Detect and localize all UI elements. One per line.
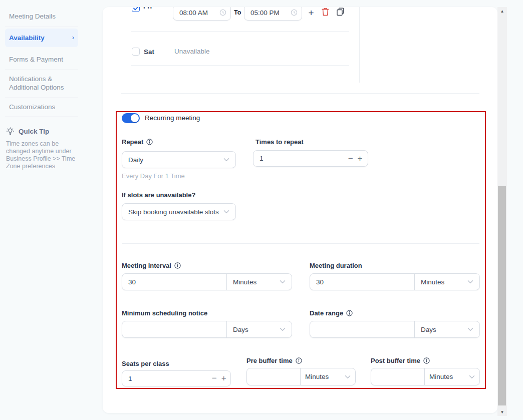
sidebar-item-notifications[interactable]: Notifications & Additional Options: [5, 70, 78, 98]
pre-buffer-group: Minutes: [246, 368, 356, 385]
meeting-interval-label: Meeting interval: [122, 262, 171, 269]
repeat-select[interactable]: Daily: [122, 151, 236, 168]
minus-button[interactable]: −: [346, 153, 355, 165]
sidebar-item-customizations[interactable]: Customizations: [5, 98, 78, 117]
meeting-duration-label: Meeting duration: [310, 262, 362, 269]
unit-value: Days: [233, 326, 248, 333]
clock-icon: [291, 9, 298, 16]
scroll-down-arrow[interactable]: ▼: [497, 408, 507, 416]
divider: [131, 65, 349, 66]
scrollbar-thumb[interactable]: [498, 186, 506, 405]
recurring-meeting-toggle[interactable]: [122, 113, 140, 123]
times-to-repeat-label: Times to repeat: [255, 138, 304, 146]
plus-button[interactable]: +: [355, 153, 365, 165]
info-icon[interactable]: [174, 262, 181, 269]
meeting-interval-group: Minutes: [122, 273, 292, 290]
date-range-label: Date range: [310, 309, 343, 317]
date-range-unit-select[interactable]: Days: [414, 321, 479, 337]
meeting-duration-group: Minutes: [310, 273, 480, 290]
unit-value: Minutes: [305, 373, 329, 380]
section-divider: [121, 93, 479, 94]
info-icon[interactable]: [423, 357, 430, 364]
end-time-value: 05:00 PM: [250, 9, 288, 17]
min-notice-label: Minimum scheduling notice: [122, 309, 207, 317]
meeting-duration-input[interactable]: [310, 274, 414, 290]
sidebar-item-meeting-details[interactable]: Meeting Details: [5, 7, 78, 27]
chevron-down-icon: [345, 375, 351, 379]
date-range-group: Days: [310, 321, 480, 338]
seats-per-class-label: Seats per class: [122, 360, 169, 367]
repeat-label: Repeat: [122, 138, 143, 146]
post-buffer-input[interactable]: [371, 368, 424, 385]
repeat-select-value: Daily: [128, 156, 143, 164]
chevron-down-icon: [467, 327, 473, 331]
info-icon[interactable]: [296, 357, 302, 364]
repeat-helper-text: Every Day For 1 Time: [122, 172, 185, 180]
chevron-down-icon: [280, 327, 286, 331]
unit-value: Minutes: [233, 278, 256, 286]
fri-checkbox[interactable]: [132, 7, 140, 12]
chevron-right-icon: ›: [72, 34, 74, 42]
vertical-divider: [359, 7, 360, 83]
sat-status-text: Unavailable: [174, 48, 210, 55]
quick-tip-panel: Quick Tip Time zones can be changed anyt…: [5, 127, 80, 170]
start-time-value: 08:00 AM: [179, 9, 216, 17]
vertical-scrollbar[interactable]: ▲ ▼: [497, 7, 507, 416]
slots-unavailable-select[interactable]: Skip booking unavailable slots: [122, 203, 236, 220]
pre-buffer-input[interactable]: [247, 368, 300, 385]
add-time-slot-button[interactable]: +: [305, 7, 317, 19]
meeting-interval-input[interactable]: [122, 274, 226, 290]
chevron-down-icon: [223, 158, 229, 162]
fri-start-time-input[interactable]: 08:00 AM: [173, 7, 231, 21]
to-label: To: [234, 9, 241, 16]
quick-tip-body: Time zones can be changed anytime under …: [5, 140, 76, 170]
sat-day-label: Sat: [144, 48, 154, 56]
meeting-interval-label-row: Meeting interval: [122, 262, 181, 269]
scroll-up-arrow[interactable]: ▲: [497, 7, 507, 15]
unit-value: Days: [421, 326, 436, 333]
date-range-label-row: Date range: [310, 309, 353, 317]
sidebar-item-availability[interactable]: Availability ›: [5, 29, 78, 48]
chevron-down-icon: [469, 375, 475, 379]
post-buffer-label: Post buffer time: [371, 357, 420, 364]
times-to-repeat-input[interactable]: [253, 151, 346, 166]
unit-value: Minutes: [429, 373, 453, 380]
post-buffer-label-row: Post buffer time: [371, 357, 430, 364]
meeting-duration-unit-select[interactable]: Minutes: [414, 274, 479, 290]
copy-time-slot-button[interactable]: [336, 8, 345, 16]
info-icon[interactable]: [146, 139, 153, 145]
quick-tip-title: Quick Tip: [19, 128, 49, 135]
minus-button[interactable]: −: [209, 372, 219, 384]
plus-icon: +: [308, 8, 314, 18]
chevron-down-icon: [467, 280, 473, 284]
pre-buffer-label-row: Pre buffer time: [246, 357, 302, 364]
min-notice-input[interactable]: [122, 321, 226, 337]
clock-icon: [219, 9, 226, 16]
pre-buffer-label: Pre buffer time: [246, 357, 293, 364]
delete-time-slot-button[interactable]: [321, 7, 330, 17]
sidebar-item-forms-payment[interactable]: Forms & Payment: [5, 50, 78, 70]
date-range-input[interactable]: [310, 321, 414, 337]
sat-checkbox[interactable]: [132, 48, 140, 56]
fri-end-time-input[interactable]: 05:00 PM: [244, 7, 302, 21]
trash-icon: [321, 7, 330, 17]
fri-day-label: Fri: [143, 7, 152, 10]
times-to-repeat-stepper: − +: [253, 150, 368, 167]
repeat-label-row: Repeat: [122, 138, 153, 146]
chevron-down-icon: [280, 280, 286, 284]
chevron-down-icon: [223, 210, 229, 214]
checkmark-icon: [133, 7, 139, 11]
pre-buffer-unit-select[interactable]: Minutes: [300, 368, 355, 385]
toggle-knob: [131, 114, 139, 122]
sidebar-item-label: Availability: [9, 34, 45, 43]
slots-select-value: Skip booking unavailable slots: [128, 208, 219, 216]
post-buffer-unit-select[interactable]: Minutes: [424, 368, 479, 385]
min-notice-unit-select[interactable]: Days: [226, 321, 292, 337]
plus-button[interactable]: +: [219, 372, 228, 384]
divider: [131, 31, 349, 32]
seats-per-class-input[interactable]: [122, 371, 209, 386]
info-icon[interactable]: [346, 310, 353, 316]
inner-divider: [122, 243, 479, 244]
copy-icon: [336, 8, 345, 16]
meeting-interval-unit-select[interactable]: Minutes: [226, 274, 292, 290]
